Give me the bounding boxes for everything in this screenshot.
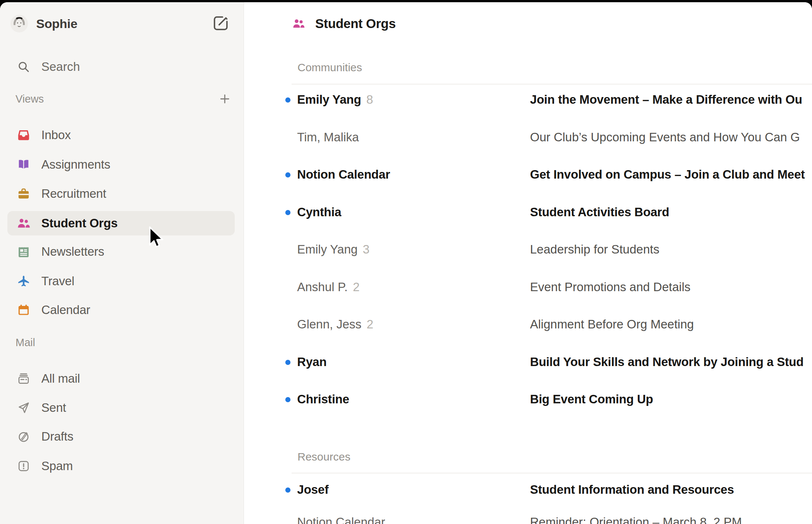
page-title: Student Orgs <box>315 16 396 31</box>
sidebar: Sophie Search ViewsInboxAssignmentsRecru… <box>0 2 244 524</box>
group-label-resources: Resources <box>297 451 350 463</box>
briefcase-icon <box>17 187 30 200</box>
unread-dot <box>285 172 290 177</box>
sidebar-item-label: Inbox <box>41 128 71 142</box>
sidebar-item-label: Assignments <box>41 158 110 172</box>
sidebar-item-label: Student Orgs <box>41 216 118 230</box>
email-subject: Our Club’s Upcoming Events and How You C… <box>530 130 812 144</box>
sidebar-item-label: Travel <box>41 274 74 288</box>
plane-icon <box>17 275 30 288</box>
sidebar-item-label: All mail <box>41 372 80 386</box>
email-row[interactable]: Notion CalendarReminder: Orientation – M… <box>244 504 812 524</box>
sidebar-item-label: Sent <box>41 401 66 415</box>
search-label: Search <box>41 60 80 74</box>
sender-name: Glenn, Jess2 <box>297 317 374 331</box>
sidebar-item-assignments[interactable]: Assignments <box>7 152 235 177</box>
unread-dot <box>285 210 290 215</box>
email-row[interactable]: Tim, MalikaOur Club’s Upcoming Events an… <box>244 119 812 156</box>
thread-count: 2 <box>353 280 359 294</box>
sidebar-item-newsletters[interactable]: Newsletters <box>7 239 235 264</box>
group-label-communities: Communities <box>297 61 362 74</box>
unread-dot <box>285 397 290 402</box>
newspaper-icon <box>17 245 30 258</box>
sidebar-item-recruitment[interactable]: Recruitment <box>7 182 235 206</box>
unread-dot <box>285 97 290 103</box>
sidebar-item-label: Calendar <box>41 303 90 317</box>
sidebar-item-drafts[interactable]: Drafts <box>7 424 235 449</box>
thread-count: 8 <box>366 93 373 106</box>
email-row[interactable]: Notion CalendarGet Involved on Campus – … <box>244 156 812 194</box>
thread-count: 2 <box>367 317 373 331</box>
sidebar-item-all-mail[interactable]: All mail <box>7 366 235 391</box>
sender-name: Tim, Malika <box>297 130 359 144</box>
message-list-pane: Student Orgs CommunitiesEmily Yang8Join … <box>244 2 812 524</box>
screen: Sophie Search ViewsInboxAssignmentsRecru… <box>0 0 812 524</box>
mail-app-window: Sophie Search ViewsInboxAssignmentsRecru… <box>0 2 812 524</box>
add-view-button[interactable] <box>219 93 231 105</box>
sent-icon <box>17 401 30 414</box>
sidebar-section-label-mail: Mail <box>16 337 35 349</box>
sender-name: Cynthia <box>297 205 341 219</box>
sender-name: Josef <box>297 483 328 497</box>
avatar <box>10 15 28 32</box>
email-row[interactable]: Emily Yang8Join the Movement – Make a Di… <box>244 81 812 119</box>
sidebar-item-calendar[interactable]: Calendar <box>7 298 235 322</box>
book-icon <box>17 158 30 171</box>
people-icon <box>292 17 305 30</box>
sidebar-item-label: Recruitment <box>41 187 106 201</box>
sidebar-item-inbox[interactable]: Inbox <box>7 123 235 147</box>
thread-count: 3 <box>363 242 369 256</box>
sender-name: Anshul P.2 <box>297 280 359 294</box>
sidebar-item-travel[interactable]: Travel <box>7 269 235 293</box>
email-row[interactable]: ChristineBig Event Coming Up <box>244 381 812 418</box>
search-icon <box>17 60 30 73</box>
email-row[interactable]: Glenn, Jess2Alignment Before Org Meeting <box>244 306 812 344</box>
sidebar-item-sent[interactable]: Sent <box>7 396 235 420</box>
compose-icon <box>212 15 229 32</box>
drafts-icon <box>17 430 30 443</box>
email-subject: Event Promotions and Details <box>530 280 812 294</box>
email-subject: Alignment Before Org Meeting <box>530 317 812 331</box>
sidebar-item-label: Spam <box>41 459 73 473</box>
email-subject: Join the Movement – Make a Difference wi… <box>530 93 812 107</box>
sender-name: Emily Yang8 <box>297 93 373 107</box>
email-row[interactable]: Anshul P.2Event Promotions and Details <box>244 269 812 306</box>
inbox-icon <box>17 128 30 142</box>
email-row[interactable]: RyanBuild Your Skills and Network by Joi… <box>244 344 812 381</box>
email-subject: Big Event Coming Up <box>530 392 812 406</box>
calendar-icon <box>17 303 30 317</box>
email-subject: Student Information and Resources <box>530 483 812 497</box>
compose-button[interactable] <box>211 14 230 33</box>
sidebar-section-label-views: Views <box>16 93 44 105</box>
user-name: Sophie <box>36 17 78 31</box>
email-row[interactable]: Emily Yang3Leadership for Students <box>244 231 812 269</box>
people-icon <box>17 217 30 230</box>
account-switcher[interactable]: Sophie <box>10 12 78 35</box>
email-row[interactable]: JosefStudent Information and Resources <box>244 471 812 509</box>
unread-dot <box>285 487 290 493</box>
sender-name: Ryan <box>297 355 327 369</box>
email-row[interactable]: CynthiaStudent Activities Board <box>244 194 812 231</box>
list-header: Student Orgs <box>292 16 396 31</box>
sender-name: Notion Calendar <box>297 515 385 524</box>
sender-name: Emily Yang3 <box>297 242 369 256</box>
sender-name: Notion Calendar <box>297 168 390 182</box>
email-subject: Leadership for Students <box>530 242 812 256</box>
sidebar-item-label: Newsletters <box>41 245 104 259</box>
sidebar-item-spam[interactable]: Spam <box>7 454 235 478</box>
sender-name: Christine <box>297 392 349 406</box>
search-button[interactable]: Search <box>17 56 80 77</box>
sidebar-item-label: Drafts <box>41 430 73 444</box>
email-subject: Build Your Skills and Network by Joining… <box>530 355 812 369</box>
spam-icon <box>17 459 30 473</box>
sidebar-item-student-orgs[interactable]: Student Orgs <box>7 211 235 235</box>
email-subject: Student Activities Board <box>530 205 812 219</box>
email-subject: Reminder: Orientation – March 8, 2 PM <box>530 515 812 524</box>
unread-dot <box>285 360 290 365</box>
all-mail-icon <box>17 372 30 385</box>
email-subject: Get Involved on Campus – Join a Club and… <box>530 168 812 182</box>
